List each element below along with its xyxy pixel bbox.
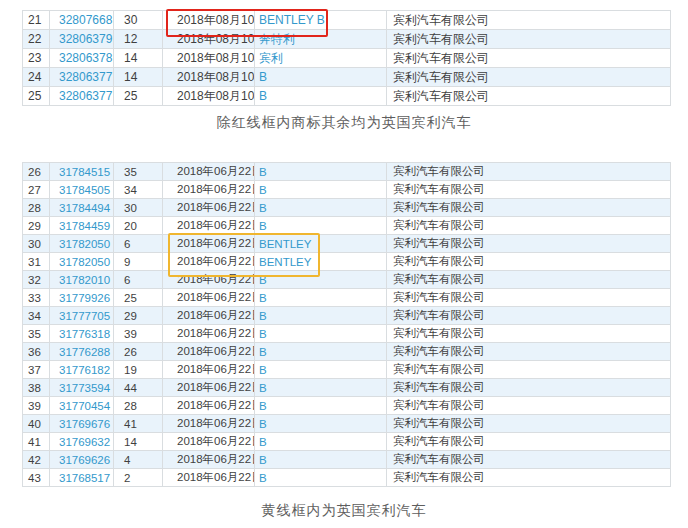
table-row: 303178205062018年06月22日BENTLEY宾利汽车有限公司: [23, 235, 671, 253]
trademark-name-link[interactable]: 奔特利: [255, 30, 387, 49]
reg-number-link[interactable]: 32807668: [50, 11, 114, 30]
trademark-name-link[interactable]: B: [255, 451, 387, 469]
class-number-cell: 14: [114, 433, 163, 451]
reg-number-link[interactable]: 31769626: [50, 451, 114, 469]
app-date-cell: 2018年06月22日: [163, 451, 255, 469]
class-number-cell: 20: [114, 217, 163, 235]
applicant-name-cell: 宾利汽车有限公司: [387, 11, 671, 30]
reg-number-link[interactable]: 31782010: [50, 271, 114, 289]
table-row: 2132807668302018年08月10日BENTLEY B宾利汽车有限公司: [23, 11, 671, 30]
trademark-name-link[interactable]: BENTLEY: [255, 235, 387, 253]
row-index-cell: 36: [23, 343, 50, 361]
reg-number-link[interactable]: 31777705: [50, 307, 114, 325]
reg-number-link[interactable]: 31770454: [50, 397, 114, 415]
reg-number-link[interactable]: 32806377: [50, 68, 114, 87]
reg-number-link[interactable]: 31784459: [50, 217, 114, 235]
reg-number-link[interactable]: 31768517: [50, 469, 114, 487]
app-date-cell: 2018年08月10日: [163, 30, 255, 49]
row-index-cell: 22: [23, 30, 50, 49]
trademark-name-link[interactable]: 宾利: [255, 49, 387, 68]
class-number-cell: 19: [114, 361, 163, 379]
table-row: 3431777705292018年06月22日B宾利汽车有限公司: [23, 307, 671, 325]
class-number-cell: 2: [114, 469, 163, 487]
results-table: 2132807668302018年08月10日BENTLEY B宾利汽车有限公司…: [22, 10, 671, 106]
trademark-name-link[interactable]: B: [255, 68, 387, 87]
trademark-name-link[interactable]: BENTLEY B: [255, 11, 387, 30]
app-date-cell: 2018年06月22日: [163, 289, 255, 307]
trademark-name-link[interactable]: B: [255, 361, 387, 379]
applicant-name-cell: 宾利汽车有限公司: [387, 30, 671, 49]
applicant-name-cell: 宾利汽车有限公司: [387, 379, 671, 397]
red-box-note-text: 除红线框内商标其余均为英国宾利汽车: [0, 114, 688, 132]
reg-number-link[interactable]: 31782050: [50, 253, 114, 271]
results-table: 2631784515352018年06月22日B宾利汽车有限公司27317845…: [22, 162, 671, 487]
applicant-name-cell: 宾利汽车有限公司: [387, 361, 671, 379]
trademark-name-link[interactable]: B: [255, 271, 387, 289]
applicant-name-cell: 宾利汽车有限公司: [387, 469, 671, 487]
table-row: 423176962642018年06月22日B宾利汽车有限公司: [23, 451, 671, 469]
class-number-cell: 25: [114, 289, 163, 307]
trademark-name-link[interactable]: B: [255, 469, 387, 487]
applicant-name-cell: 宾利汽车有限公司: [387, 68, 671, 87]
row-index-cell: 27: [23, 181, 50, 199]
trademark-name-link[interactable]: B: [255, 397, 387, 415]
trademark-table-upper: 2132807668302018年08月10日BENTLEY B宾利汽车有限公司…: [22, 10, 670, 106]
trademark-name-link[interactable]: B: [255, 181, 387, 199]
class-number-cell: 30: [114, 199, 163, 217]
trademark-name-link[interactable]: B: [255, 343, 387, 361]
table-row: 3931770454282018年06月22日B宾利汽车有限公司: [23, 397, 671, 415]
trademark-name-link[interactable]: B: [255, 307, 387, 325]
applicant-name-cell: 宾利汽车有限公司: [387, 325, 671, 343]
class-number-cell: 14: [114, 49, 163, 68]
reg-number-link[interactable]: 32806379: [50, 30, 114, 49]
row-index-cell: 30: [23, 235, 50, 253]
applicant-name-cell: 宾利汽车有限公司: [387, 253, 671, 271]
trademark-name-link[interactable]: B: [255, 289, 387, 307]
app-date-cell: 2018年06月22日: [163, 361, 255, 379]
applicant-name-cell: 宾利汽车有限公司: [387, 49, 671, 68]
trademark-name-link[interactable]: B: [255, 379, 387, 397]
table-row: 2831784494302018年06月22日B宾利汽车有限公司: [23, 199, 671, 217]
reg-number-link[interactable]: 31776318: [50, 325, 114, 343]
applicant-name-cell: 宾利汽车有限公司: [387, 343, 671, 361]
reg-number-link[interactable]: 31784515: [50, 163, 114, 181]
trademark-name-link[interactable]: B: [255, 217, 387, 235]
reg-number-link[interactable]: 31776182: [50, 361, 114, 379]
app-date-cell: 2018年06月22日: [163, 181, 255, 199]
table-row: 3331779926252018年06月22日B宾利汽车有限公司: [23, 289, 671, 307]
trademark-name-link[interactable]: B: [255, 163, 387, 181]
applicant-name-cell: 宾利汽车有限公司: [387, 87, 671, 106]
applicant-name-cell: 宾利汽车有限公司: [387, 163, 671, 181]
app-date-cell: 2018年06月22日: [163, 253, 255, 271]
class-number-cell: 14: [114, 68, 163, 87]
table-row: 2532806377252018年08月10日B宾利汽车有限公司: [23, 87, 671, 106]
reg-number-link[interactable]: 31776288: [50, 343, 114, 361]
applicant-name-cell: 宾利汽车有限公司: [387, 397, 671, 415]
reg-number-link[interactable]: 31779926: [50, 289, 114, 307]
applicant-name-cell: 宾利汽车有限公司: [387, 235, 671, 253]
reg-number-link[interactable]: 31769632: [50, 433, 114, 451]
reg-number-link[interactable]: 31782050: [50, 235, 114, 253]
reg-number-link[interactable]: 32806378: [50, 49, 114, 68]
trademark-name-link[interactable]: B: [255, 415, 387, 433]
reg-number-link[interactable]: 31773594: [50, 379, 114, 397]
table-row: 4031769676412018年06月22日B宾利汽车有限公司: [23, 415, 671, 433]
row-index-cell: 39: [23, 397, 50, 415]
reg-number-link[interactable]: 31769676: [50, 415, 114, 433]
trademark-name-link[interactable]: B: [255, 433, 387, 451]
app-date-cell: 2018年06月22日: [163, 217, 255, 235]
trademark-name-link[interactable]: B: [255, 87, 387, 106]
trademark-name-link[interactable]: BENTLEY: [255, 253, 387, 271]
row-index-cell: 34: [23, 307, 50, 325]
app-date-cell: 2018年06月22日: [163, 415, 255, 433]
class-number-cell: 26: [114, 343, 163, 361]
reg-number-link[interactable]: 32806377: [50, 87, 114, 106]
table-row: 2332806378142018年08月10日宾利宾利汽车有限公司: [23, 49, 671, 68]
trademark-name-link[interactable]: B: [255, 199, 387, 217]
trademark-name-link[interactable]: B: [255, 325, 387, 343]
reg-number-link[interactable]: 31784494: [50, 199, 114, 217]
reg-number-link[interactable]: 31784505: [50, 181, 114, 199]
app-date-cell: 2018年08月10日: [163, 49, 255, 68]
table-row: 3831773594442018年06月22日B宾利汽车有限公司: [23, 379, 671, 397]
row-index-cell: 31: [23, 253, 50, 271]
